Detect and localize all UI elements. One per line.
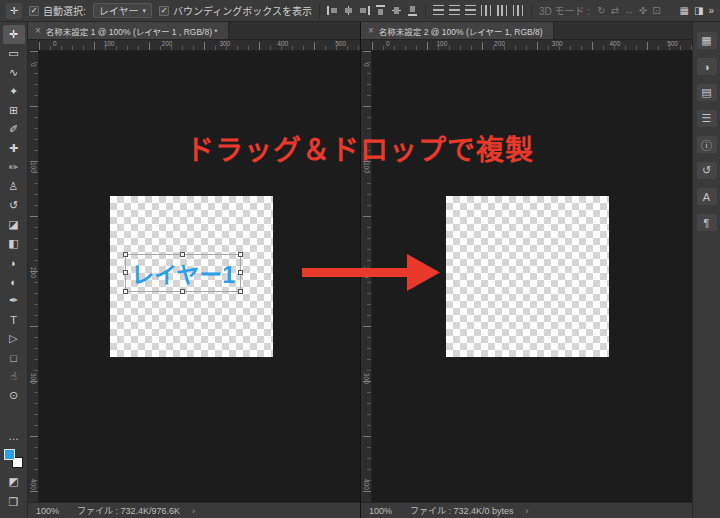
zoom-tool-icon[interactable]: ⊙ xyxy=(3,386,25,405)
ruler-label: 400 xyxy=(363,479,370,490)
arrange-documents-icon[interactable]: ▦ xyxy=(680,5,689,16)
selection-handle[interactable] xyxy=(123,252,128,257)
3d-mode-label: 3D モード : xyxy=(539,3,590,18)
color-panel-icon[interactable]: ▦ xyxy=(697,32,717,49)
distribute-top-icon[interactable] xyxy=(433,5,444,16)
file-info: ファイル : 732.4K/976.6K xyxy=(77,504,180,517)
crop-tool-icon[interactable]: ⊞ xyxy=(3,101,25,120)
type-tool-icon[interactable]: T xyxy=(3,310,25,329)
distribute-horizontal-center-icon[interactable] xyxy=(497,5,508,16)
zoom-level[interactable]: 100% xyxy=(36,506,59,516)
ruler-row: 0100200300400500 xyxy=(361,40,692,51)
move-tool-preset-icon[interactable]: ✛ xyxy=(6,3,22,19)
ruler-label: 200 xyxy=(162,40,173,50)
show-bounding-box-checkbox[interactable]: ✓ バウンディングボックスを表示 xyxy=(159,3,312,18)
3d-slide-icon[interactable]: ✜ xyxy=(639,5,647,16)
horizontal-ruler[interactable]: 0100200300400500 xyxy=(372,40,692,51)
edit-toolbar-icon[interactable]: … xyxy=(3,426,25,445)
ruler-origin[interactable] xyxy=(361,40,372,51)
align-right-icon[interactable] xyxy=(359,5,370,16)
status-chevron-icon[interactable]: › xyxy=(526,506,529,516)
quick-selection-tool-icon[interactable]: ✦ xyxy=(3,82,25,101)
lasso-tool-icon[interactable]: ∿ xyxy=(3,63,25,82)
document-tab[interactable]: × 名称未設定 2 @ 100% (レイヤー 1, RGB/8) xyxy=(361,22,554,39)
collapse-panels-icon[interactable]: » xyxy=(708,5,714,16)
distribute-left-icon[interactable] xyxy=(481,5,492,16)
brush-tool-icon[interactable]: ✏ xyxy=(3,158,25,177)
ruler-label: 300 xyxy=(552,40,563,50)
selection-handle[interactable] xyxy=(180,289,185,294)
quick-mask-icon[interactable]: ◩ xyxy=(3,472,25,491)
align-top-icon[interactable] xyxy=(375,5,386,16)
hand-tool-icon[interactable]: ☝ xyxy=(3,367,25,386)
selection-handle[interactable] xyxy=(238,270,243,275)
ruler-label: 0 xyxy=(30,63,37,67)
align-vertical-center-icon[interactable] xyxy=(391,5,402,16)
character-panel-icon[interactable]: A xyxy=(697,188,717,205)
move-tool-icon[interactable]: ✛ xyxy=(3,25,25,44)
history-panel-icon[interactable]: ↺ xyxy=(697,162,717,179)
show-bounding-box-label: バウンディングボックスを表示 xyxy=(173,3,312,18)
selection-handle[interactable] xyxy=(238,289,243,294)
align-bottom-icon[interactable] xyxy=(407,5,418,16)
path-selection-tool-icon[interactable]: ▷ xyxy=(3,329,25,348)
layer-text[interactable]: レイヤー1 xyxy=(131,256,235,290)
auto-select-target-dropdown[interactable]: レイヤー ▾ xyxy=(93,3,152,18)
tool-list: ✛▭∿✦⊞✐✚✏♙↺◪◧◗◐✒T▷□☝⊙ xyxy=(0,25,27,405)
3d-scale-icon[interactable]: ⊡ xyxy=(652,5,660,16)
3d-roll-icon[interactable]: ⇄ xyxy=(611,5,619,16)
workspace-icon[interactable]: ◨ xyxy=(694,5,703,16)
color-swatches xyxy=(4,449,23,468)
document-tab[interactable]: × 名称未設定 1 @ 100% (レイヤー 1 , RGB/8) * xyxy=(28,22,229,39)
history-brush-tool-icon[interactable]: ↺ xyxy=(3,196,25,215)
separator xyxy=(319,4,320,18)
adjustments-panel-icon[interactable]: ◑ xyxy=(697,58,717,75)
dodge-tool-icon[interactable]: ◐ xyxy=(3,272,25,291)
photoshop-window: ✛ ✓ 自動選択: レイヤー ▾ ✓ バウンディングボックスを表示 3D モード… xyxy=(0,0,720,518)
selection-handle[interactable] xyxy=(180,252,185,257)
eyedropper-tool-icon[interactable]: ✐ xyxy=(3,120,25,139)
screen-mode-icon[interactable]: ❒ xyxy=(3,493,25,512)
options-bar-right-buttons: ▦◨» xyxy=(680,5,714,16)
horizontal-ruler[interactable]: 0100200300400500 xyxy=(39,40,360,51)
transparent-canvas[interactable]: レイヤー1 xyxy=(110,196,273,357)
checkbox-checked-icon[interactable]: ✓ xyxy=(159,6,169,16)
distribute-vertical-center-icon[interactable] xyxy=(449,5,460,16)
arrow-annotation xyxy=(300,252,442,292)
distribute-right-icon[interactable] xyxy=(513,5,524,16)
selection-handle[interactable] xyxy=(123,289,128,294)
ruler-label: 100 xyxy=(104,40,115,50)
clone-stamp-tool-icon[interactable]: ♙ xyxy=(3,177,25,196)
ruler-origin[interactable] xyxy=(28,40,39,51)
marquee-tool-icon[interactable]: ▭ xyxy=(3,44,25,63)
selection-handle[interactable] xyxy=(123,270,128,275)
shape-tool-icon[interactable]: □ xyxy=(3,348,25,367)
libraries-panel-icon[interactable]: ▤ xyxy=(697,84,717,101)
close-icon[interactable]: × xyxy=(368,26,374,36)
properties-panel-icon[interactable]: ☰ xyxy=(697,110,717,127)
align-horizontal-center-icon[interactable] xyxy=(343,5,354,16)
distribute-bottom-icon[interactable] xyxy=(465,5,476,16)
ruler-label: 0 xyxy=(363,63,370,67)
vertical-ruler[interactable]: 0100200300400 xyxy=(28,51,39,502)
pen-tool-icon[interactable]: ✒ xyxy=(3,291,25,310)
selection-handle[interactable] xyxy=(238,252,243,257)
checkbox-checked-icon[interactable]: ✓ xyxy=(29,6,39,16)
eraser-tool-icon[interactable]: ◪ xyxy=(3,215,25,234)
close-icon[interactable]: × xyxy=(35,26,41,36)
zoom-level[interactable]: 100% xyxy=(369,506,392,516)
blur-tool-icon[interactable]: ◗ xyxy=(3,253,25,272)
ruler-label: 100 xyxy=(436,40,447,50)
separator xyxy=(425,4,426,18)
healing-brush-tool-icon[interactable]: ✚ xyxy=(3,139,25,158)
gradient-tool-icon[interactable]: ◧ xyxy=(3,234,25,253)
status-chevron-icon[interactable]: › xyxy=(192,506,195,516)
auto-select-checkbox[interactable]: ✓ 自動選択: xyxy=(29,3,86,18)
foreground-color-swatch[interactable] xyxy=(4,449,15,460)
info-panel-icon[interactable]: ⓘ xyxy=(697,136,717,153)
align-left-icon[interactable] xyxy=(327,5,338,16)
3d-drag-icon[interactable]: ↔ xyxy=(624,5,634,16)
3d-rotate-icon[interactable]: ↻ xyxy=(597,5,605,16)
transparent-canvas[interactable] xyxy=(446,196,609,357)
paragraph-panel-icon[interactable]: ¶ xyxy=(697,214,717,231)
